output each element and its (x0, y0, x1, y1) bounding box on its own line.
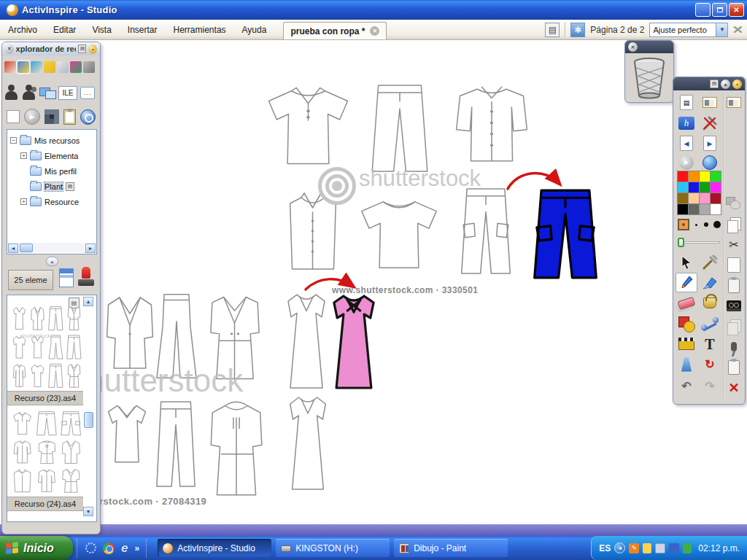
play-tool[interactable]: ▶ (676, 152, 697, 172)
toolbox-collapse-icon[interactable]: ▲ (721, 79, 730, 89)
clock[interactable]: 02:12 p.m. (698, 543, 740, 553)
garment-cargopants[interactable] (462, 189, 511, 273)
thumbnail-recurso-23[interactable] (10, 304, 83, 390)
explorer-header[interactable]: ✕ xplorador de recu ▤ • (2, 42, 100, 55)
menu-editar[interactable]: Editar (45, 22, 84, 38)
palette-color-ffffff[interactable] (710, 203, 721, 215)
garment-flarepants[interactable] (49, 335, 63, 359)
garment-coat[interactable] (63, 470, 80, 492)
flipchart-canvas[interactable]: shutterstock www.shutterstock.com · 3330… (0, 40, 747, 536)
undo-tool[interactable]: ↶ (676, 376, 697, 396)
trash-panel[interactable]: ✕ (624, 40, 674, 103)
explorer-restore-icon[interactable]: ▤ (78, 44, 86, 53)
pink-dress-annotation[interactable] (334, 296, 374, 388)
expand-icon[interactable]: + (20, 198, 27, 205)
palette-color-ffff00[interactable] (699, 171, 711, 182)
garment-tshirt[interactable] (13, 337, 26, 359)
update-tray-icon[interactable] (643, 543, 651, 553)
paste-tool[interactable] (724, 276, 743, 295)
clear-tool[interactable] (676, 354, 697, 374)
element-count-button[interactable]: 25 eleme (8, 270, 53, 290)
task-button-dibujo-paint[interactable]: Dibujo - Paint (394, 539, 508, 557)
red-arrow-annotation[interactable] (508, 174, 559, 189)
item-menu-icon[interactable]: ▤ (66, 182, 74, 191)
garment-longsleeve[interactable] (457, 87, 527, 161)
device-icon[interactable] (83, 61, 95, 73)
chrome-icon[interactable] (103, 542, 115, 554)
minimize-button[interactable]: _ (695, 3, 711, 17)
scroll-down-icon[interactable]: ▼ (83, 507, 93, 516)
move-objects-tool[interactable] (724, 192, 743, 212)
garment-coat[interactable] (68, 307, 80, 330)
garment-dress[interactable] (288, 295, 325, 388)
show-desktop-icon[interactable] (85, 542, 96, 553)
stamp-icon[interactable] (78, 267, 94, 287)
shapes-tool[interactable] (676, 314, 697, 333)
explorer-close-icon[interactable]: ✕ (5, 44, 14, 54)
tree-item-resource[interactable]: +Resource (7, 194, 96, 209)
trash-close-icon[interactable]: ✕ (628, 42, 638, 52)
palette-color-29c5f0[interactable] (677, 182, 689, 193)
quick-launch-overflow-icon[interactable]: » (134, 543, 139, 553)
freeze-icon[interactable]: ✱ (570, 23, 585, 37)
tools-tool[interactable] (699, 252, 721, 272)
palette-color-ffcc99[interactable] (688, 192, 700, 204)
pen-width-small[interactable] (695, 224, 697, 226)
scrollbar-thumb[interactable] (20, 244, 33, 252)
garment-pants[interactable] (49, 364, 63, 387)
garment-polo[interactable] (14, 412, 31, 434)
scrollbar-thumb[interactable] (84, 412, 93, 428)
expand-icon[interactable]: + (20, 152, 27, 159)
shapes-spin-icon[interactable] (70, 61, 82, 73)
garment-buttonshirt[interactable] (290, 193, 336, 269)
garment-vneck[interactable] (109, 405, 146, 462)
menu-insertar[interactable]: Insertar (120, 22, 166, 38)
zoom-fit-select[interactable]: Ajuste perfecto ▼ (649, 23, 728, 37)
reset-page-tool[interactable]: ↻ (699, 354, 721, 374)
menu-archivo[interactable]: Archivo (0, 22, 45, 38)
connector-tool[interactable] (699, 314, 721, 333)
next-page-tool[interactable]: ▶ (699, 133, 721, 153)
menu-ayuda[interactable]: Ayuda (234, 22, 275, 38)
draw-icon[interactable] (31, 61, 42, 73)
document-options-button[interactable]: ▤ (545, 23, 560, 37)
delete-tool[interactable]: ✕ (724, 378, 743, 397)
web-browser-tool[interactable] (699, 152, 721, 172)
desktop-tools-tool[interactable] (699, 113, 721, 133)
tree-item-plant[interactable]: Plant▤ (7, 179, 96, 194)
garment-dress[interactable] (290, 397, 326, 489)
palette-color-aa1122[interactable] (710, 192, 721, 204)
tab-close-icon[interactable]: ✕ (370, 26, 379, 36)
palette-color-ff99cc[interactable] (699, 192, 711, 204)
microphone-tool[interactable] (724, 337, 743, 357)
blank-swatch[interactable] (7, 110, 20, 123)
clipboard-icon[interactable] (63, 109, 76, 125)
recorder-tool[interactable] (724, 296, 743, 316)
blue-pants-annotation[interactable] (535, 190, 597, 278)
tray-collapse-icon[interactable]: ◄ (614, 542, 625, 553)
garment-pants[interactable] (49, 307, 63, 330)
garment-pants[interactable] (67, 335, 81, 359)
previous-page-tool[interactable]: ◀ (676, 133, 697, 153)
eraser-tool[interactable] (676, 293, 697, 313)
tree-horizontal-scrollbar[interactable]: ◄ ► (8, 243, 96, 253)
chevron-down-icon[interactable]: ▼ (716, 23, 727, 36)
thumbnail-caption[interactable]: Recurso (24).as4 (7, 497, 83, 511)
task-button-activinspire-studio[interactable]: ActivInspire - Studio (158, 539, 271, 557)
users-group-icon[interactable] (22, 84, 36, 101)
page-browser-tool[interactable]: ▤ (676, 93, 697, 112)
pen-width-large[interactable] (713, 221, 721, 228)
display-tray-icon[interactable] (669, 543, 679, 553)
garment-buttonshirt[interactable] (14, 470, 30, 492)
thumbnail-caption[interactable]: Recurso (23).as4 (7, 391, 83, 405)
palette-color-0fa00f[interactable] (699, 182, 711, 193)
grid-icon[interactable] (44, 109, 59, 124)
shared-screens-icon[interactable] (39, 86, 55, 99)
garment-cargopants[interactable] (61, 412, 80, 435)
close-button[interactable]: ✕ (729, 3, 744, 17)
explorer-pin-icon[interactable]: • (88, 44, 97, 54)
garment-tshirt[interactable] (31, 365, 44, 387)
palette-color-000000[interactable] (677, 203, 689, 215)
current-color-swatch[interactable] (678, 219, 689, 230)
pen-width-slider[interactable] (678, 238, 720, 246)
